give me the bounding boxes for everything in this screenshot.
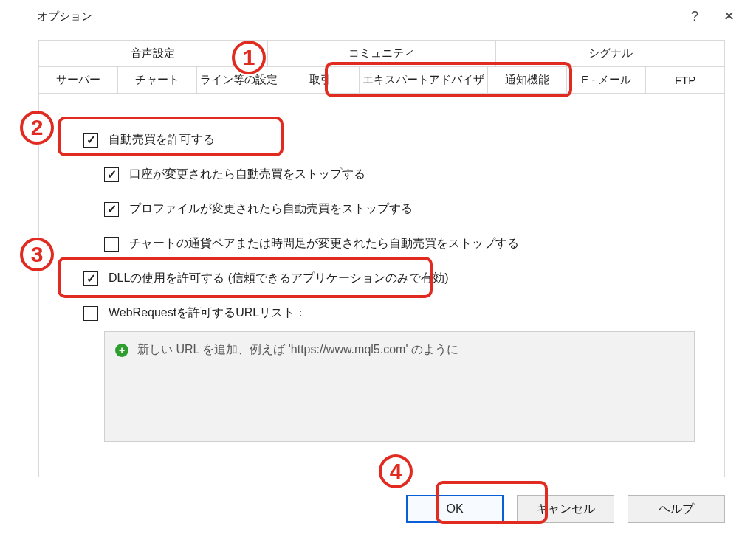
help-icon[interactable]: ? xyxy=(678,6,712,27)
checkbox-stop-on-profile-change[interactable] xyxy=(104,202,119,217)
tab-server[interactable]: サーバー xyxy=(39,67,118,93)
checkbox-stop-on-symbol-tf-change[interactable] xyxy=(104,237,119,252)
tab-expert-advisors[interactable]: エキスパートアドバイザ xyxy=(360,67,488,93)
option-stop-on-symbol-tf-change[interactable]: チャートの通貨ペアまたは時間足が変更されたら自動売買をストップする xyxy=(104,236,702,252)
tab-sound-settings[interactable]: 音声設定 xyxy=(39,41,268,66)
option-allow-auto-trading[interactable]: 自動売買を許可する xyxy=(83,132,702,148)
help-button[interactable]: ヘルプ xyxy=(628,495,725,523)
option-allow-dll[interactable]: DLLの使用を許可する (信頼できるアプリケーションのみで有効) xyxy=(83,271,702,286)
url-list-box[interactable]: + 新しい URL を追加、例えば 'https://www.mql5.com'… xyxy=(104,331,695,442)
option-stop-on-account-change[interactable]: 口座が変更されたら自動売買をストップする xyxy=(104,167,702,182)
checkbox-allow-dll[interactable] xyxy=(83,271,98,286)
tab-line-settings[interactable]: ライン等の設定 xyxy=(197,67,281,93)
plus-icon: + xyxy=(115,344,128,357)
window-title: オプション xyxy=(37,10,678,24)
label-allow-webrequest: WebRequestを許可するURLリスト： xyxy=(109,305,306,321)
dialog-buttons: OK キャンセル ヘルプ xyxy=(406,495,725,523)
label-stop-on-account-change: 口座が変更されたら自動売買をストップする xyxy=(129,167,365,182)
tab-email[interactable]: E - メール xyxy=(567,67,646,93)
checkbox-stop-on-account-change[interactable] xyxy=(104,167,119,182)
titlebar: オプション ? ✕ xyxy=(0,0,756,34)
ok-button[interactable]: OK xyxy=(406,495,504,523)
url-add-row[interactable]: + 新しい URL を追加、例えば 'https://www.mql5.com'… xyxy=(115,342,684,358)
option-stop-on-profile-change[interactable]: プロファイルが変更されたら自動売買をストップする xyxy=(104,201,702,217)
checkbox-allow-auto-trading[interactable] xyxy=(83,133,98,148)
tab-ftp[interactable]: FTP xyxy=(646,67,724,93)
tabs-row-lower: サーバー チャート ライン等の設定 取引 エキスパートアドバイザ 通知機能 E … xyxy=(39,67,724,94)
label-stop-on-profile-change: プロファイルが変更されたら自動売買をストップする xyxy=(129,201,413,217)
tabs-row-upper: 音声設定 コミュニティ シグナル xyxy=(39,41,724,67)
close-icon[interactable]: ✕ xyxy=(712,6,746,27)
tab-signals[interactable]: シグナル xyxy=(496,41,724,66)
tab-charts[interactable]: チャート xyxy=(118,67,197,93)
label-stop-on-symbol-tf-change: チャートの通貨ペアまたは時間足が変更されたら自動売買をストップする xyxy=(129,236,519,252)
tab-community[interactable]: コミュニティ xyxy=(268,41,497,66)
dialog-frame: 音声設定 コミュニティ シグナル サーバー チャート ライン等の設定 取引 エキ… xyxy=(38,40,725,477)
tab-content: 自動売買を許可する 口座が変更されたら自動売買をストップする プロファイルが変更… xyxy=(39,94,724,457)
checkbox-allow-webrequest[interactable] xyxy=(83,306,98,321)
option-allow-webrequest[interactable]: WebRequestを許可するURLリスト： xyxy=(83,305,702,321)
tab-trade[interactable]: 取引 xyxy=(281,67,360,93)
cancel-button[interactable]: キャンセル xyxy=(517,495,614,523)
label-allow-dll: DLLの使用を許可する (信頼できるアプリケーションのみで有効) xyxy=(109,271,448,286)
tab-notifications[interactable]: 通知機能 xyxy=(488,67,567,93)
label-allow-auto-trading: 自動売買を許可する xyxy=(109,132,215,148)
url-placeholder: 新しい URL を追加、例えば 'https://www.mql5.com' の… xyxy=(137,342,458,358)
